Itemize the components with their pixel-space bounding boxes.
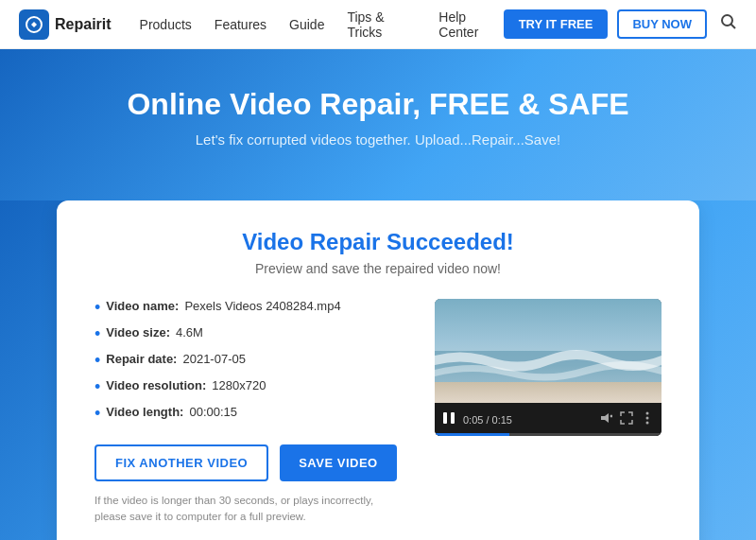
fix-another-button[interactable]: FIX ANOTHER VIDEO	[94, 444, 268, 481]
control-icons	[599, 411, 654, 427]
info-label-0: Video name:	[106, 299, 179, 313]
video-player[interactable]: 0:05 / 0:15	[435, 299, 662, 436]
nav-products[interactable]: Products	[140, 17, 192, 32]
brand-name: Repairit	[55, 16, 112, 33]
svg-point-11	[646, 412, 649, 415]
svg-rect-7	[451, 412, 455, 424]
search-icon[interactable]	[720, 13, 737, 35]
card-subtitle: Preview and save the repaired video now!	[94, 261, 662, 276]
video-thumbnail	[435, 299, 662, 403]
info-value-3: 1280x720	[212, 378, 266, 392]
pause-icon[interactable]	[442, 411, 455, 427]
hero-title: Online Video Repair, FREE & SAFE	[19, 87, 737, 122]
wave-overlay	[435, 365, 662, 403]
logo-icon	[19, 9, 49, 40]
fullscreen-icon[interactable]	[620, 411, 633, 427]
progress-fill	[435, 433, 509, 436]
svg-point-1	[722, 15, 732, 26]
info-value-0: Pexels Videos 2408284.mp4	[184, 299, 340, 313]
svg-marker-8	[601, 413, 609, 423]
nav-help-center[interactable]: Help Center	[438, 9, 503, 40]
header: Repairit Products Features Guide Tips & …	[0, 0, 756, 49]
info-value-1: 4.6M	[176, 325, 203, 340]
svg-point-13	[646, 422, 649, 425]
card-note: If the video is longer than 30 seconds, …	[94, 493, 378, 526]
save-video-button[interactable]: SAVE VIDEO	[280, 444, 397, 481]
svg-rect-6	[443, 412, 447, 424]
result-card: Video Repair Succeeded! Preview and save…	[57, 200, 699, 540]
nav-guide[interactable]: Guide	[289, 17, 324, 32]
try-free-button[interactable]: TRY IT FREE	[504, 9, 609, 39]
main-nav: Products Features Guide Tips & Tricks He…	[140, 9, 504, 40]
hero-subtitle: Let's fix corrupted videos together. Upl…	[19, 131, 737, 148]
info-label-4: Video length:	[106, 405, 183, 419]
card-wrapper: Video Repair Succeeded! Preview and save…	[0, 200, 756, 540]
list-item: Video resolution: 1280x720	[94, 378, 406, 395]
card-actions: FIX ANOTHER VIDEO SAVE VIDEO	[94, 444, 406, 481]
video-time: 0:05 / 0:15	[463, 414, 592, 426]
list-item: Repair date: 2021-07-05	[94, 352, 406, 369]
info-list: Video name: Pexels Videos 2408284.mp4 Vi…	[94, 299, 406, 422]
card-content: Video name: Pexels Videos 2408284.mp4 Vi…	[94, 299, 662, 526]
logo-area: Repairit	[19, 9, 112, 40]
info-value-4: 00:00:15	[189, 405, 237, 419]
list-item: Video size: 4.6M	[94, 325, 406, 342]
info-label-3: Video resolution:	[106, 378, 206, 392]
progress-bar[interactable]	[435, 433, 662, 436]
header-actions: TRY IT FREE BUY NOW	[504, 9, 737, 39]
svg-line-2	[731, 25, 736, 29]
info-label-2: Repair date:	[106, 352, 177, 366]
card-title: Video Repair Succeeded!	[94, 229, 662, 255]
mute-icon[interactable]	[599, 411, 612, 427]
card-info: Video name: Pexels Videos 2408284.mp4 Vi…	[94, 299, 406, 526]
nav-tips-tricks[interactable]: Tips & Tricks	[347, 9, 416, 40]
list-item: Video name: Pexels Videos 2408284.mp4	[94, 299, 406, 316]
buy-now-button[interactable]: BUY NOW	[617, 9, 707, 39]
info-label-1: Video size:	[106, 325, 170, 340]
hero-section: Online Video Repair, FREE & SAFE Let's f…	[0, 49, 756, 200]
info-value-2: 2021-07-05	[182, 352, 246, 366]
more-options-icon[interactable]	[641, 411, 654, 427]
list-item: Video length: 00:00:15	[94, 405, 406, 422]
nav-features[interactable]: Features	[215, 17, 266, 32]
video-controls: 0:05 / 0:15	[435, 403, 662, 436]
svg-point-12	[646, 417, 649, 420]
